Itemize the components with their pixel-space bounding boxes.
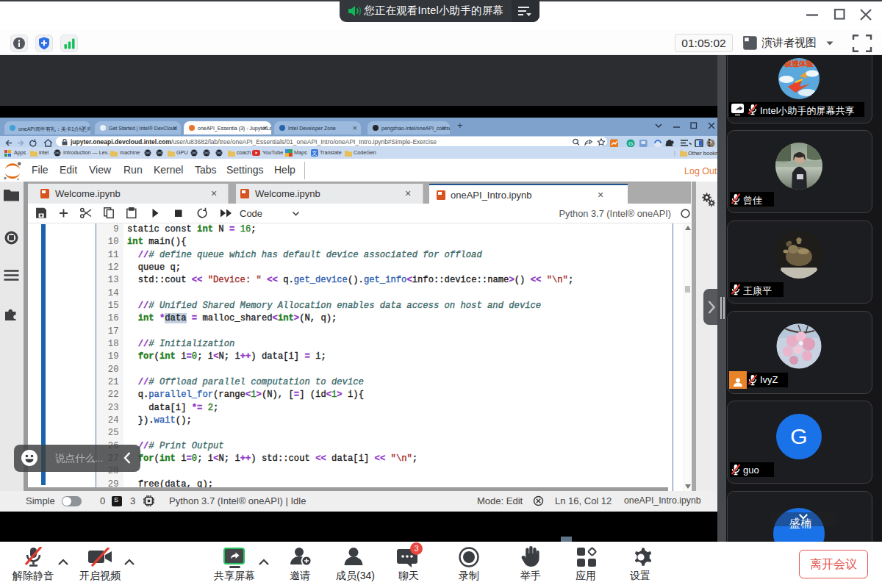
svg-text:G: G bbox=[628, 140, 633, 146]
svg-text:文: 文 bbox=[312, 150, 318, 156]
svg-text:极速体验: 极速体验 bbox=[784, 60, 814, 68]
